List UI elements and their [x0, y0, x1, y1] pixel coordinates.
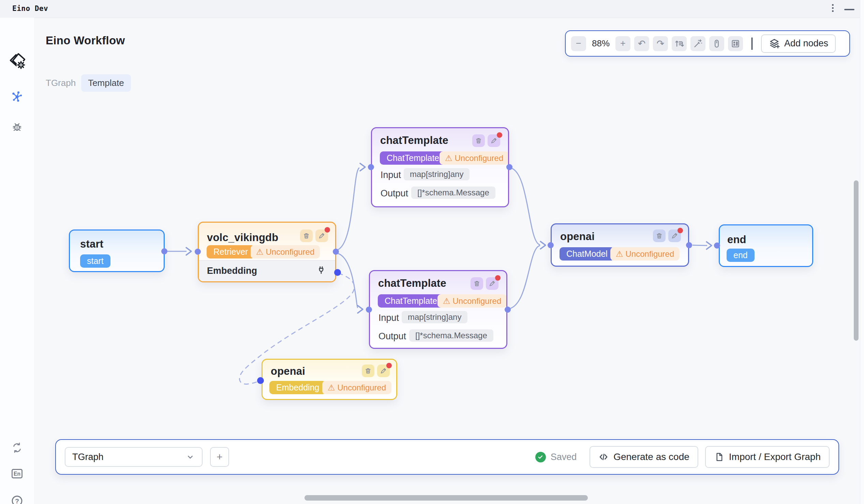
arrowhead	[707, 242, 711, 249]
alert-dot	[677, 228, 683, 233]
input-type-pill: map[string]any	[404, 168, 469, 180]
node-start[interactable]: start start	[69, 229, 165, 272]
window-right-edge	[860, 0, 864, 504]
embedding-slot-label: Embedding	[207, 266, 257, 276]
graph-select-value: TGraph	[72, 452, 104, 463]
document-icon	[714, 452, 724, 462]
node-type-badge: ChatTemplate	[380, 152, 446, 165]
node-title: openai	[560, 230, 595, 243]
vertical-scrollbar[interactable]	[854, 180, 859, 341]
help-icon[interactable]: ?	[11, 494, 24, 504]
workflow-graph-icon[interactable]	[11, 90, 24, 103]
node-type-badge: ChatModel	[560, 247, 614, 261]
debug-bug-icon[interactable]	[11, 121, 23, 133]
input-label: Input	[381, 170, 401, 180]
chevron-down-icon	[185, 452, 195, 462]
window-menu-icon[interactable]	[832, 4, 834, 12]
save-status: Saved	[535, 452, 577, 463]
edge-openai-to-end[interactable]	[693, 245, 707, 245]
edge-volc-to-chat-top[interactable]	[336, 168, 359, 250]
toolbar-divider	[752, 37, 753, 50]
zoom-in-button[interactable]: +	[615, 36, 631, 51]
add-graph-button[interactable]: +	[210, 447, 229, 467]
edge-chat-bottom-to-openai[interactable]	[508, 245, 540, 309]
output-label: Output	[381, 188, 408, 199]
node-volc-vikingdb[interactable]: volc_vikingdb Retriever ⚠Unconfigured Em…	[198, 221, 336, 283]
arrowhead	[186, 248, 191, 255]
alert-dot	[495, 275, 501, 281]
unconfigured-badge: ⚠Unconfigured	[440, 152, 509, 165]
zoom-out-button[interactable]: −	[571, 36, 586, 51]
svg-text:?: ?	[15, 497, 19, 504]
app-title: Eino Dev	[12, 4, 48, 13]
delete-node-button[interactable]	[653, 229, 665, 242]
eino-logo-icon[interactable]	[7, 51, 27, 71]
app-window: Eino Dev En	[0, 0, 864, 504]
node-badge-end: end	[727, 249, 755, 262]
auto-layout-button[interactable]	[672, 36, 687, 51]
warning-icon: ⚠	[445, 154, 453, 162]
node-type-badge: ChatTemplate	[378, 294, 444, 308]
node-title: chatTemplate	[380, 134, 448, 147]
window-minimize-icon[interactable]	[844, 9, 854, 10]
node-type-badge: Embedding	[269, 381, 326, 394]
sidebar: En ?	[0, 18, 34, 504]
breadcrumb-tab-template[interactable]: Template	[81, 74, 131, 92]
arrowhead	[360, 163, 365, 171]
breadcrumb-graph-name[interactable]: TGraph	[46, 78, 76, 88]
mouse-mode-button[interactable]	[709, 36, 724, 51]
arrowhead	[540, 241, 545, 249]
minimap-button[interactable]	[728, 36, 743, 51]
delete-node-button[interactable]	[362, 364, 374, 377]
delete-node-button[interactable]	[472, 134, 485, 147]
redo-button[interactable]: ↷	[653, 36, 668, 51]
window-titlebar: Eino Dev	[0, 0, 864, 18]
undo-button[interactable]: ↶	[634, 36, 649, 51]
add-nodes-label: Add nodes	[784, 38, 828, 49]
unconfigured-badge: ⚠Unconfigured	[437, 294, 507, 308]
node-badge-start: start	[80, 254, 110, 268]
alert-dot	[497, 132, 502, 138]
saved-check-icon	[535, 452, 546, 463]
unconfigured-badge: ⚠Unconfigured	[610, 247, 680, 261]
input-type-pill: map[string]any	[401, 311, 467, 323]
arrowhead	[358, 305, 363, 313]
edge-volc-to-chat-bottom[interactable]	[336, 253, 358, 308]
saved-label: Saved	[551, 452, 577, 463]
edge-chat-top-to-openai[interactable]	[510, 168, 540, 245]
zoom-level: 88%	[590, 38, 612, 49]
horizontal-scrollbar[interactable]	[304, 495, 588, 501]
sync-icon[interactable]	[11, 442, 23, 454]
warning-icon: ⚠	[443, 297, 451, 305]
node-type-badge: Retriever	[207, 245, 255, 259]
alert-dot	[386, 363, 392, 368]
node-title: start	[80, 238, 103, 250]
svg-text:En: En	[14, 471, 21, 477]
output-type-pill: []*schema.Message	[411, 187, 495, 199]
warning-icon: ⚠	[616, 250, 623, 258]
output-label: Output	[379, 331, 406, 342]
node-chat-template-bottom[interactable]: chatTemplate ChatTemplate ⚠Unconfigured …	[369, 270, 507, 349]
embedding-slot-row[interactable]: Embedding	[199, 260, 335, 281]
page-title: Eino Workflow	[46, 34, 125, 47]
node-chat-template-top[interactable]: chatTemplate ChatTemplate ⚠Unconfigured …	[371, 127, 509, 207]
node-title: openai	[271, 365, 305, 377]
add-nodes-button[interactable]: Add nodes	[761, 34, 836, 53]
output-type-pill: []*schema.Message	[409, 329, 493, 342]
layers-plus-icon	[769, 38, 780, 49]
alert-dot	[325, 227, 330, 232]
language-en-icon[interactable]: En	[11, 467, 24, 480]
node-title: end	[727, 233, 746, 246]
delete-node-button[interactable]	[300, 229, 313, 242]
breadcrumb: TGraph Template	[46, 74, 131, 92]
warning-icon: ⚠	[328, 384, 335, 392]
plug-icon	[316, 265, 326, 276]
node-openai-chat-model[interactable]: openai ChatModel ⚠Unconfigured	[551, 223, 689, 267]
graph-select[interactable]: TGraph	[65, 447, 203, 467]
node-openai-embedding[interactable]: openai Embedding ⚠Unconfigured	[262, 359, 397, 400]
generate-as-code-button[interactable]: Generate as code	[589, 446, 698, 468]
node-end[interactable]: end end	[719, 224, 813, 267]
import-export-graph-button[interactable]: Import / Export Graph	[705, 446, 830, 468]
delete-node-button[interactable]	[470, 277, 483, 290]
magic-wand-button[interactable]	[691, 36, 706, 51]
